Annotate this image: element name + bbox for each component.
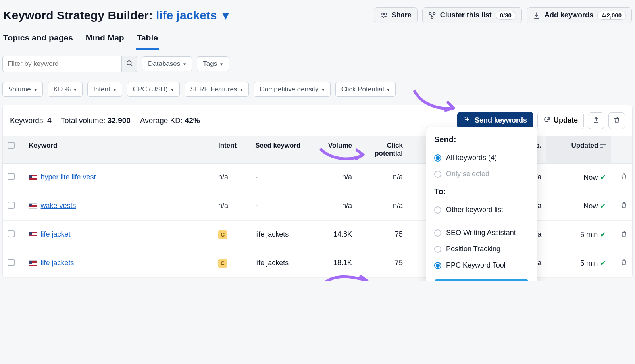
filter-volume[interactable]: Volume▾ xyxy=(2,82,43,97)
svg-point-0 xyxy=(382,13,384,15)
filter-competitive-density[interactable]: Competitive density▾ xyxy=(254,82,330,97)
table-row: life jacketClife jackets14.8K75n/a5 min✔ xyxy=(3,221,632,249)
export-button[interactable] xyxy=(588,112,604,129)
chevron-down-icon: ▾ xyxy=(220,61,223,67)
opt-position-tracking[interactable]: Position Tracking xyxy=(434,241,529,257)
add-keywords-label: Add keywords xyxy=(545,11,593,19)
chevron-down-icon: ▾ xyxy=(74,87,77,92)
opt-ppc[interactable]: PPC Keyword Tool xyxy=(434,257,529,273)
update-button[interactable]: Update xyxy=(537,112,584,129)
keyword-link[interactable]: life jacket xyxy=(41,230,71,238)
filter-click-potential[interactable]: Click Potential▾ xyxy=(335,82,396,97)
filter-kd[interactable]: KD %▾ xyxy=(48,82,83,97)
col-keyword: Keyword xyxy=(29,142,58,149)
cluster-icon xyxy=(428,12,436,19)
seed-cell: - xyxy=(255,173,258,181)
share-button[interactable]: Share xyxy=(374,7,418,23)
clickpot-cell: n/a xyxy=(393,173,403,181)
intent-badge: C xyxy=(218,230,227,239)
radio-icon xyxy=(434,154,441,162)
opt-swa[interactable]: SEO Writing Assistant xyxy=(434,225,529,241)
chevron-down-icon: ▾ xyxy=(387,87,390,92)
volume-cell: 18.1K xyxy=(333,259,352,267)
popup-send-title: Send: xyxy=(434,135,529,144)
apply-button[interactable]: Apply xyxy=(434,279,529,281)
seed-cell: life jackets xyxy=(255,230,289,238)
radio-icon xyxy=(434,262,441,269)
chevron-down-icon: ▾ xyxy=(34,87,37,92)
updated-cell: 5 min xyxy=(580,231,598,239)
check-icon: ✔ xyxy=(600,259,606,267)
volume-cell: 14.8K xyxy=(333,230,352,238)
share-label: Share xyxy=(392,11,412,19)
filter-intent[interactable]: Intent▾ xyxy=(87,82,122,97)
filter-databases[interactable]: Databases▾ xyxy=(142,56,192,71)
keyword-link[interactable]: life jackets xyxy=(41,259,74,267)
send-icon xyxy=(464,116,471,125)
tab-mind-map[interactable]: Mind Map xyxy=(85,29,125,50)
row-checkbox[interactable] xyxy=(8,173,15,180)
summary-stats: Keywords: 4 Total volume: 32,900 Average… xyxy=(10,116,200,125)
flag-us-icon xyxy=(29,203,37,209)
keyword-link[interactable]: wake vests xyxy=(41,202,76,210)
row-delete-button[interactable] xyxy=(620,260,627,268)
chevron-down-icon[interactable]: ▾ xyxy=(223,9,229,22)
check-icon: ✔ xyxy=(600,173,606,181)
cluster-button[interactable]: Cluster this list 0/30 xyxy=(422,7,522,23)
title-prefix: Keyword Strategy Builder: xyxy=(3,9,153,22)
opt-other-list[interactable]: Other keyword list xyxy=(434,202,529,218)
keyword-link[interactable]: hyper lite life vest xyxy=(41,173,96,181)
col-clickpot: Click potential xyxy=(375,142,403,157)
svg-point-1 xyxy=(384,13,386,15)
chevron-down-icon: ▾ xyxy=(171,87,174,92)
search-icon xyxy=(126,60,133,68)
volume-cell: n/a xyxy=(342,173,352,181)
sort-icon xyxy=(600,144,606,148)
add-keywords-badge: 4/2,000 xyxy=(597,11,626,20)
opt-all-keywords[interactable]: All keywords (4) xyxy=(434,150,529,166)
row-checkbox[interactable] xyxy=(8,202,15,209)
chevron-down-icon: ▾ xyxy=(114,87,116,92)
trash-icon xyxy=(613,116,620,125)
row-delete-button[interactable] xyxy=(620,174,627,182)
filter-serp[interactable]: SERP Features▾ xyxy=(185,82,249,97)
row-delete-button[interactable] xyxy=(620,202,627,210)
col-volume: Volume xyxy=(328,142,352,149)
filter-search-button[interactable] xyxy=(121,56,137,72)
seed-cell: life jackets xyxy=(255,259,289,267)
updated-cell: 5 min xyxy=(580,259,598,267)
row-delete-button[interactable] xyxy=(620,231,627,239)
updated-cell: Now xyxy=(583,173,598,181)
radio-icon xyxy=(434,171,441,178)
filter-keyword-input[interactable] xyxy=(2,56,121,72)
col-updated[interactable]: Updated xyxy=(571,142,598,149)
filter-cpc[interactable]: CPC (USD)▾ xyxy=(127,82,180,97)
download-icon xyxy=(533,12,541,19)
row-checkbox[interactable] xyxy=(8,259,15,266)
add-keywords-button[interactable]: Add keywords 4/2,000 xyxy=(527,7,632,23)
clickpot-cell: 75 xyxy=(395,259,403,267)
opt-only-selected: Only selected xyxy=(434,166,529,182)
col-seed: Seed keyword xyxy=(255,142,300,149)
clickpot-cell: 75 xyxy=(395,230,403,238)
refresh-icon xyxy=(543,116,550,125)
cluster-badge: 0/30 xyxy=(496,11,516,20)
volume-cell: n/a xyxy=(342,202,352,210)
flag-us-icon xyxy=(29,175,37,180)
check-icon: ✔ xyxy=(600,231,606,239)
clickpot-cell: n/a xyxy=(393,202,403,210)
select-all-checkbox[interactable] xyxy=(8,142,15,149)
chevron-down-icon: ▾ xyxy=(240,87,243,92)
filter-tags[interactable]: Tags▾ xyxy=(197,56,229,71)
radio-icon xyxy=(434,229,441,237)
svg-point-5 xyxy=(127,61,131,65)
popup-to-title: To: xyxy=(434,187,529,196)
tab-topics-pages[interactable]: Topics and pages xyxy=(2,29,74,50)
table-row: wake vestsn/a-n/an/an/aNow✔ xyxy=(3,192,632,221)
chevron-down-icon: ▾ xyxy=(322,87,325,92)
radio-icon xyxy=(434,246,441,253)
tab-table[interactable]: Table xyxy=(136,29,159,50)
row-checkbox[interactable] xyxy=(8,230,15,237)
title-topic[interactable]: life jackets xyxy=(156,9,217,22)
delete-button[interactable] xyxy=(608,112,625,129)
